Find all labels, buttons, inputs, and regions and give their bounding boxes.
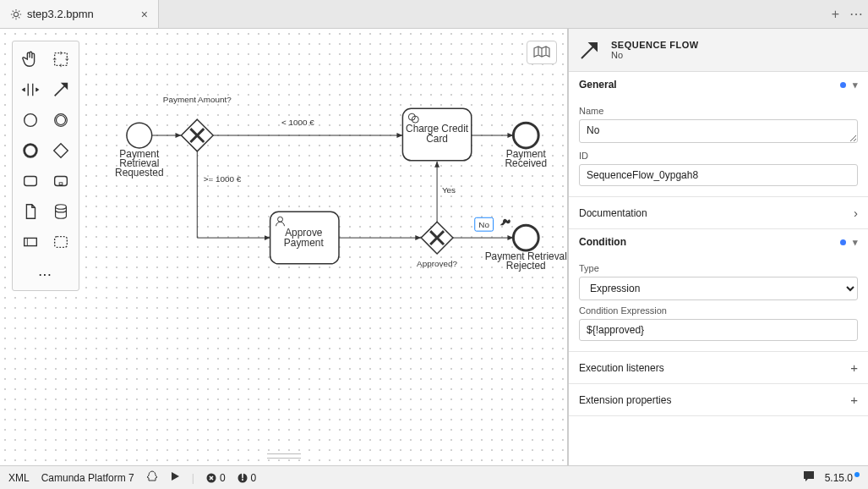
wrench-icon[interactable] bbox=[500, 219, 510, 225]
task-approve-payment[interactable]: ApprovePayment bbox=[270, 212, 339, 264]
svg-rect-4 bbox=[25, 177, 37, 186]
edited-indicator-icon bbox=[840, 239, 846, 245]
svg-text:ApprovePayment: ApprovePayment bbox=[284, 227, 325, 249]
gateway-amount[interactable] bbox=[181, 119, 213, 151]
group-icon[interactable] bbox=[46, 228, 75, 256]
close-icon[interactable]: × bbox=[141, 8, 148, 21]
minimap-button[interactable] bbox=[527, 41, 557, 64]
hand-tool-icon[interactable] bbox=[16, 45, 45, 74]
end-event-rejected[interactable] bbox=[513, 225, 538, 250]
svg-text:No: No bbox=[478, 220, 489, 229]
properties-panel: SEQUENCE FLOW No General ▾ Name No ID Do… bbox=[568, 29, 868, 465]
gateway-icon[interactable] bbox=[46, 136, 75, 165]
data-store-icon[interactable] bbox=[46, 197, 75, 226]
section-execution-listeners[interactable]: Execution listeners + bbox=[569, 352, 868, 384]
end-event-received[interactable] bbox=[513, 123, 538, 148]
gateway-approved[interactable] bbox=[421, 222, 453, 254]
svg-text:Yes: Yes bbox=[442, 185, 456, 195]
svg-text:!: ! bbox=[241, 473, 244, 483]
name-input[interactable]: No bbox=[579, 119, 858, 143]
svg-text:Approved?: Approved? bbox=[417, 259, 457, 268]
section-condition-title: Condition bbox=[579, 236, 626, 248]
svg-point-3 bbox=[25, 145, 37, 157]
plus-icon[interactable]: + bbox=[850, 393, 858, 407]
version-label[interactable]: 5.15.0 bbox=[825, 472, 860, 484]
section-documentation[interactable]: Documentation › bbox=[569, 197, 868, 229]
pool-icon[interactable] bbox=[16, 228, 45, 256]
deploy-icon[interactable] bbox=[146, 470, 158, 485]
tab-active[interactable]: step3.2.bpmn × bbox=[0, 0, 159, 28]
svg-rect-8 bbox=[25, 238, 37, 245]
chevron-down-icon: ▾ bbox=[853, 237, 858, 248]
svg-point-2 bbox=[57, 116, 66, 125]
tool-palette: ... bbox=[12, 41, 79, 291]
platform-label[interactable]: Camunda Platform 7 bbox=[41, 472, 134, 484]
svg-text:Payment Amount?: Payment Amount? bbox=[163, 95, 232, 104]
add-tab-icon[interactable]: + bbox=[832, 7, 839, 22]
condition-expression-input[interactable] bbox=[579, 319, 858, 341]
section-condition-header[interactable]: Condition ▾ bbox=[569, 229, 868, 255]
task-charge-credit-card[interactable]: Charge CreditCard bbox=[402, 108, 471, 161]
section-general-title: General bbox=[579, 79, 617, 91]
end-event-icon[interactable] bbox=[16, 136, 45, 165]
errors-count[interactable]: 0 bbox=[206, 472, 226, 484]
svg-text:< 1000 €: < 1000 € bbox=[281, 118, 314, 127]
space-tool-icon[interactable] bbox=[16, 75, 45, 104]
chevron-down-icon: ▾ bbox=[853, 80, 858, 91]
id-label: ID bbox=[579, 151, 858, 161]
start-event-icon[interactable] bbox=[16, 106, 45, 135]
tab-bar: step3.2.bpmn × + ⋯ bbox=[0, 0, 868, 29]
type-label: Type bbox=[579, 263, 858, 273]
svg-rect-10 bbox=[55, 237, 68, 248]
warnings-count[interactable]: ! 0 bbox=[237, 472, 257, 484]
name-label: Name bbox=[579, 106, 858, 116]
condition-expression-label: Condition Expression bbox=[579, 305, 858, 316]
svg-text:PaymentRetrievalRequested: PaymentRetrievalRequested bbox=[115, 148, 164, 179]
intermediate-event-icon[interactable] bbox=[46, 106, 75, 135]
lasso-tool-icon[interactable] bbox=[46, 45, 75, 74]
svg-text:PaymentReceived: PaymentReceived bbox=[505, 148, 547, 169]
id-input[interactable] bbox=[579, 164, 858, 186]
xml-toggle[interactable]: XML bbox=[8, 472, 30, 484]
section-general-header[interactable]: General ▾ bbox=[569, 72, 868, 97]
status-bar: XML Camunda Platform 7 | 0 ! 0 5.15.0 bbox=[0, 465, 868, 489]
feedback-icon[interactable] bbox=[803, 470, 815, 485]
svg-point-7 bbox=[56, 205, 67, 210]
panel-resize-handle[interactable] bbox=[267, 453, 301, 459]
start-event[interactable] bbox=[127, 123, 152, 148]
tab-label: step3.2.bpmn bbox=[27, 8, 94, 20]
bpmn-diagram[interactable]: < 1000 € >= 1000 € Yes No PaymentRetriev… bbox=[0, 29, 567, 465]
gear-icon bbox=[10, 8, 22, 20]
type-select[interactable]: Expression bbox=[579, 277, 858, 300]
panel-subtitle: No bbox=[611, 50, 699, 60]
more-tools-icon[interactable]: ... bbox=[16, 258, 75, 287]
diagram-canvas[interactable]: ... < 1000 € >= 1000 € Yes No bbox=[0, 29, 568, 465]
edited-indicator-icon bbox=[840, 82, 846, 88]
panel-title: SEQUENCE FLOW bbox=[611, 40, 699, 50]
svg-point-0 bbox=[25, 114, 37, 127]
svg-text:Payment RetrievalRejected: Payment RetrievalRejected bbox=[485, 250, 567, 272]
subprocess-icon[interactable] bbox=[46, 167, 75, 195]
svg-rect-5 bbox=[55, 177, 68, 186]
svg-text:>= 1000 €: >= 1000 € bbox=[204, 174, 242, 184]
task-icon[interactable] bbox=[16, 167, 45, 195]
run-icon[interactable] bbox=[170, 471, 180, 484]
svg-rect-6 bbox=[59, 183, 63, 185]
plus-icon[interactable]: + bbox=[850, 360, 858, 375]
sequence-flow-icon bbox=[577, 37, 603, 63]
connect-tool-icon[interactable] bbox=[46, 75, 75, 104]
tab-menu-icon[interactable]: ⋯ bbox=[849, 6, 863, 22]
panel-header: SEQUENCE FLOW No bbox=[569, 29, 868, 72]
chevron-right-icon: › bbox=[854, 206, 858, 220]
section-extension-properties[interactable]: Extension properties + bbox=[569, 384, 868, 416]
data-object-icon[interactable] bbox=[16, 197, 45, 226]
